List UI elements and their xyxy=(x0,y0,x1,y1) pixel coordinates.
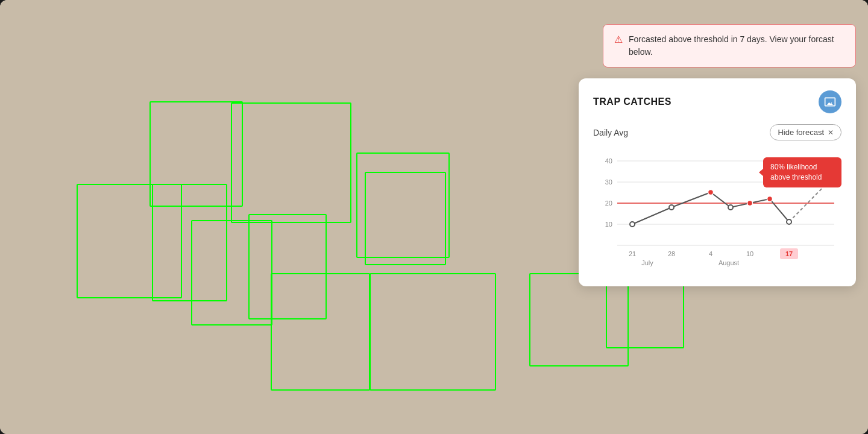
svg-point-19 xyxy=(630,222,635,227)
svg-text:10: 10 xyxy=(746,250,753,257)
detection-box xyxy=(231,102,351,223)
daily-avg-label: Daily Avg xyxy=(593,128,628,137)
chart-panel: TRAP CATCHES Daily Avg Hide forecast ✕ 8… xyxy=(579,78,856,286)
panel-title: TRAP CATCHES xyxy=(593,96,671,107)
svg-text:30: 30 xyxy=(605,178,612,186)
alert-box: ⚠ Forcasted above threshold in 7 days. V… xyxy=(603,24,856,68)
chart-controls: Daily Avg Hide forecast ✕ xyxy=(593,124,841,140)
svg-point-23 xyxy=(747,201,753,206)
hide-forecast-button[interactable]: Hide forecast ✕ xyxy=(770,124,841,140)
svg-point-25 xyxy=(787,219,791,224)
svg-text:28: 28 xyxy=(668,250,675,257)
image-view-button[interactable] xyxy=(819,90,841,113)
panel-header: TRAP CATCHES xyxy=(593,90,841,113)
detection-box xyxy=(271,273,370,391)
detection-box xyxy=(370,273,496,391)
main-container: ⚠ Forcasted above threshold in 7 days. V… xyxy=(0,0,868,434)
svg-text:4: 4 xyxy=(709,250,712,257)
svg-text:10: 10 xyxy=(605,221,612,228)
forecast-tooltip: 80% likelihood above threshold xyxy=(763,157,841,187)
chart-wrapper: 80% likelihood above threshold 40 30 20 … xyxy=(593,149,841,272)
close-icon: ✕ xyxy=(828,128,834,137)
svg-point-20 xyxy=(669,205,674,210)
svg-text:20: 20 xyxy=(605,200,612,207)
svg-line-18 xyxy=(789,182,828,222)
alert-text: Forcasted above threshold in 7 days. Vie… xyxy=(629,33,844,58)
hide-forecast-label: Hide forecast xyxy=(778,128,824,137)
warning-icon: ⚠ xyxy=(614,34,623,45)
detection-box xyxy=(365,172,446,265)
svg-text:17: 17 xyxy=(785,250,793,257)
svg-text:40: 40 xyxy=(605,157,612,165)
svg-point-24 xyxy=(767,197,773,202)
svg-text:21: 21 xyxy=(629,250,636,257)
detection-box xyxy=(606,282,684,348)
svg-text:July: July xyxy=(641,259,653,266)
svg-point-22 xyxy=(728,205,733,210)
svg-point-21 xyxy=(708,190,714,195)
svg-text:August: August xyxy=(719,259,739,266)
image-icon xyxy=(824,96,836,108)
